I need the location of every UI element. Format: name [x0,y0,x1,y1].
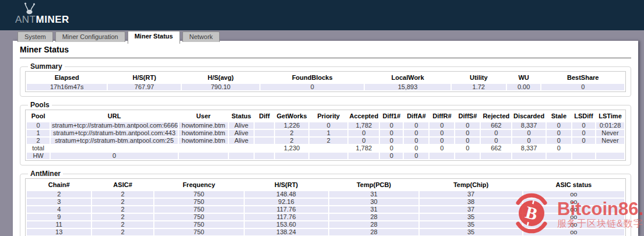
cell: 37 [420,206,522,213]
summary-legend: Summary [28,62,65,71]
cell: 31 [329,191,419,198]
cell: total [27,145,50,152]
cell: 0 [404,138,428,144]
cell: Never [596,138,624,144]
cell: 0 [455,138,480,144]
bitcoin-logo-icon: B [511,193,552,234]
column-header: Frequency [154,180,244,190]
cell: 30 [329,199,419,205]
pools-table: PoolURLUserStatusDiffGetWorksPriorityAcc… [25,110,626,161]
title-divider [20,58,631,58]
cell [51,145,178,152]
cell: 153.60 [245,221,328,228]
cell: 2 [275,130,308,136]
column-header: WU [507,73,541,83]
cell: 15,893 [365,84,451,90]
cell: 1 [27,130,50,136]
cell: 0 [572,130,595,136]
cell: 750 [154,199,244,205]
cell: 0 [430,138,454,144]
cell: 37 [420,191,522,198]
column-header: H/S(RT) [108,73,180,83]
cell: 0 [349,130,379,136]
cell: 0 [261,84,364,90]
column-header: ASIC# [92,180,153,190]
cell: 0 [430,130,454,136]
cell: 0 [380,122,403,129]
column-header: Temp(PCB) [329,180,419,190]
cell: 13 [27,229,91,235]
column-header: Priority [309,111,347,121]
antminer-logo: ANTMINER [15,2,69,24]
cell: 2 [92,206,153,213]
cell: 4 [27,206,91,213]
cell: 117.76 [245,214,328,220]
cell [179,145,228,152]
cell: 9 [27,214,91,220]
logo-text: ANTMINER [15,15,69,24]
cell [229,145,254,152]
cell: 750 [154,229,244,235]
cell [572,145,595,152]
cell: stratum+tcp://stratum-btm.antpool.com:25 [51,138,178,144]
column-header: DiffA# [404,111,428,121]
cell: 750 [154,214,244,220]
tab-miner-configuration[interactable]: Miner Configuration [55,31,125,42]
cell [430,153,454,159]
pool-row: 0stratum+tcp://stratum-btm.antpool.com:6… [27,122,624,129]
tab-network[interactable]: Network [182,31,220,42]
column-header: Temp(Chip) [420,180,522,190]
cell: 0 [430,145,454,152]
tab-system[interactable]: System [17,31,53,42]
cell: 2 [92,229,153,235]
column-header: DiffS# [455,111,480,121]
cell: 0 [547,130,571,136]
cell: Alive [229,130,254,136]
column-header: Stale [547,111,571,121]
watermark-text: Bitcoin86.com 服务于区块链&数字货币 [557,200,644,234]
pool-hw-row: HW000 [27,153,624,159]
cell: 2 [92,191,153,198]
cell: 35 [420,221,522,228]
cell: 1,782 [349,122,379,129]
cell: 35 [420,229,522,235]
cell: 0 [455,145,480,152]
column-header: Pool [27,111,50,121]
column-header: FoundBlocks [261,73,364,83]
cell: 750 [154,206,244,213]
cell: 0 [27,122,50,129]
cell [455,153,480,159]
column-header: BestShare [541,73,624,83]
cell: 0 [380,138,403,144]
cell: 0 [455,122,480,129]
pool-row: 1stratum+tcp://stratum-btm.antpool.com:4… [27,130,624,136]
cell [596,153,624,159]
cell: 31 [329,206,419,213]
cell: 2 [27,138,50,144]
cell: 750 [154,221,244,228]
column-header: H/S(avg) [182,73,259,83]
cell: 138.24 [245,229,328,235]
cell: 1,782 [349,145,379,152]
cell [179,153,228,159]
column-header: Discarded [512,111,546,121]
tab-miner-status[interactable]: Miner Status [128,31,180,44]
cell: 92.16 [245,199,328,205]
cell: 11 [27,221,91,228]
pools-header-row: PoolURLUserStatusDiffGetWorksPriorityAcc… [27,111,624,121]
cell [512,153,546,159]
summary-header-row: Elapsed H/S(RT) H/S(avg) FoundBlocks Loc… [27,73,624,83]
pools-legend: Pools [28,101,52,109]
cell [275,153,308,159]
summary-fieldset: Summary Elapsed H/S(RT) H/S(avg) FoundBl… [20,62,631,97]
column-header: URL [51,111,178,121]
cell: stratum+tcp://stratum-btm.antpool.com:66… [51,122,178,129]
cell: 28 [329,229,419,235]
cell [547,153,571,159]
cell: 1 [309,130,347,136]
cell: 0 [572,122,595,129]
cell: 662 [481,145,511,152]
cell: 0 [455,130,480,136]
cell: howtomine.btm [179,130,228,136]
column-header: GetWorks [275,111,308,121]
